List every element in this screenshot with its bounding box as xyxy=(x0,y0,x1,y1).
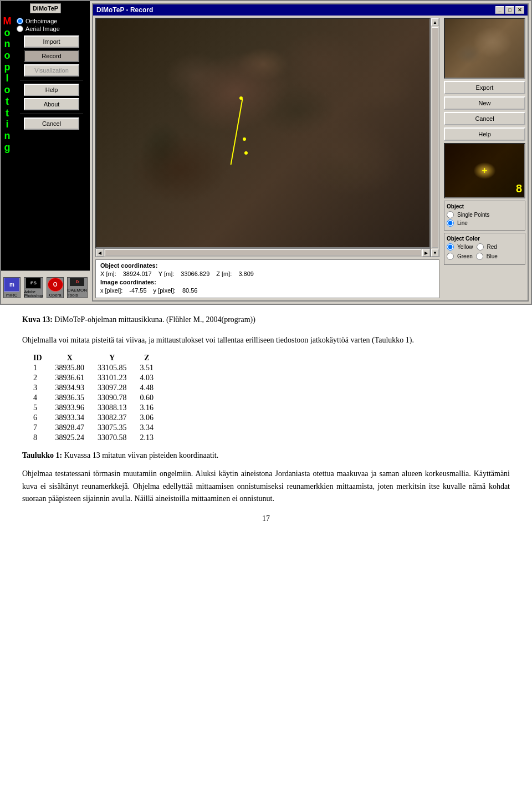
cancel-button[interactable]: Cancel xyxy=(444,112,525,125)
scroll-down-arrow[interactable]: ▼ xyxy=(431,249,439,257)
taskbar-opera[interactable]: O Opera xyxy=(47,277,64,298)
mono-letter-o3: o xyxy=(1,84,13,96)
cell-z: 3.06 xyxy=(140,413,167,423)
radio-line-input[interactable] xyxy=(447,219,454,227)
radio-green[interactable]: Green xyxy=(447,253,473,260)
h-scrollbar[interactable]: ◀ ▶ xyxy=(95,248,431,257)
sidebar-divider2 xyxy=(20,114,83,114)
radio-red[interactable]: Red xyxy=(477,243,497,251)
y-value: 33066.829 xyxy=(181,270,209,277)
cell-x: 38934.93 xyxy=(55,383,98,393)
sidebar-divider xyxy=(20,80,83,80)
table-row: 5 38933.96 33088.13 3.16 xyxy=(33,403,167,413)
visualization-button[interactable]: Visualization xyxy=(24,64,79,76)
cell-z: 3.34 xyxy=(140,423,167,433)
help-right-button[interactable]: Help xyxy=(444,127,525,141)
cell-y: 33070.58 xyxy=(98,433,140,443)
text-content: Kuva 13: DiMoTeP-ohjelman mittausikkuna.… xyxy=(0,305,532,532)
radio-green-input[interactable] xyxy=(447,253,454,260)
yellow-label: Yellow xyxy=(457,244,473,250)
record-title: DiMoTeP - Record xyxy=(96,6,153,14)
py-value: 80.56 xyxy=(182,287,198,294)
cell-z: 4.48 xyxy=(140,383,167,393)
cell-x: 38936.35 xyxy=(55,393,98,403)
px-label: x [pixel]: xyxy=(100,287,122,294)
radio-color-row1: Yellow Red xyxy=(447,243,523,252)
v-scrollbar[interactable]: ▲ ▼ xyxy=(431,18,439,257)
help-button[interactable]: Help xyxy=(24,84,79,96)
close-button[interactable]: ✕ xyxy=(515,6,524,14)
radio-yellow[interactable]: Yellow xyxy=(447,243,473,251)
cell-x: 38925.24 xyxy=(55,433,98,443)
mono-letter-t2: t xyxy=(1,108,13,119)
record-button[interactable]: Record xyxy=(24,50,79,62)
table-caption: Taulukko 1: Kuvassa 13 mitatun viivan pi… xyxy=(22,449,510,461)
radio-aerial[interactable]: Aerial Image xyxy=(17,25,86,32)
cell-z: 3.16 xyxy=(140,403,167,413)
taskbar-mirc[interactable]: m mIRC xyxy=(3,277,21,298)
radio-blue[interactable]: Blue xyxy=(476,253,498,260)
caption-strong: Kuva 13: xyxy=(22,315,53,324)
cell-id: 6 xyxy=(33,413,55,423)
maximize-button[interactable]: □ xyxy=(505,6,514,14)
radio-orthoimage-label: Orthoimage xyxy=(25,18,57,24)
radio-aerial-input[interactable] xyxy=(17,25,23,32)
radio-color-row2: Green Blue xyxy=(447,253,523,261)
cell-x: 38936.61 xyxy=(55,373,98,383)
cell-id: 8 xyxy=(33,433,55,443)
radio-orthoimage-input[interactable] xyxy=(17,18,23,24)
about-button[interactable]: About xyxy=(24,98,79,110)
py-label: y [pixel]: xyxy=(154,287,176,294)
mono-letter-o1: o xyxy=(1,27,13,39)
taskbar-daemon-label: DAEMON Tools xyxy=(68,288,87,298)
scroll-up-arrow[interactable]: ▲ xyxy=(431,18,439,26)
scroll-right-arrow[interactable]: ▶ xyxy=(422,249,430,257)
cell-z: 3.51 xyxy=(140,363,167,373)
table-row: 7 38928.47 33075.35 3.34 xyxy=(33,423,167,433)
table-row: 4 38936.35 33090.78 0.60 xyxy=(33,393,167,403)
new-button[interactable]: New xyxy=(444,96,525,110)
taskbar-photoshop-label: Adobe Photoshop xyxy=(24,290,43,298)
data-table: ID X Y Z 1 38935.80 33105.85 3.51 2 3893… xyxy=(33,353,510,443)
line-label: Line xyxy=(457,220,468,226)
mono-letter-i: i xyxy=(1,119,13,130)
table-row: 6 38933.34 33082.37 3.06 xyxy=(33,413,167,423)
radio-single-points-input[interactable] xyxy=(447,211,454,218)
measurement-dot-3 xyxy=(244,151,248,155)
radio-blue-input[interactable] xyxy=(476,253,483,260)
radio-group: Orthoimage Aerial Image xyxy=(17,18,86,32)
radio-yellow-input[interactable] xyxy=(447,243,454,251)
radio-single-points[interactable]: Single Points xyxy=(447,211,523,218)
cell-z: 2.13 xyxy=(140,433,167,443)
cell-y: 33101.23 xyxy=(98,373,140,383)
col-z: Z xyxy=(140,353,167,363)
image-with-scroll: ◀ ▶ ▲ ▼ xyxy=(95,18,439,257)
radio-red-input[interactable] xyxy=(477,243,484,251)
radio-orthoimage[interactable]: Orthoimage xyxy=(17,18,86,24)
top-thumbnail xyxy=(444,18,525,79)
single-points-label: Single Points xyxy=(457,212,489,218)
cell-x: 38935.80 xyxy=(55,363,98,373)
h-scroll-thumb[interactable] xyxy=(105,249,421,256)
export-button[interactable]: Export xyxy=(444,81,525,94)
v-scroll-thumb[interactable] xyxy=(432,27,438,248)
xyz-coords-row: X [m]: 38924.017 Y [m]: 33066.829 Z [m]:… xyxy=(100,270,434,277)
cancel-sidebar-button[interactable]: Cancel xyxy=(24,118,79,130)
taskbar-daemon[interactable]: D DAEMON Tools xyxy=(67,277,88,298)
mono-letter-p: p xyxy=(1,62,13,73)
radio-line[interactable]: Line xyxy=(447,219,523,227)
scroll-left-arrow[interactable]: ◀ xyxy=(96,249,104,257)
minimize-button[interactable]: _ xyxy=(495,6,504,14)
taskbar-photoshop[interactable]: PS Adobe Photoshop xyxy=(24,277,43,298)
import-button[interactable]: Import xyxy=(24,35,79,48)
bottom-thumbnail: + 8 xyxy=(444,143,525,198)
main-image xyxy=(95,18,431,248)
col-id: ID xyxy=(33,353,55,363)
right-buttons: Export New Cancel Help xyxy=(444,81,525,141)
table-row: 3 38934.93 33097.28 4.48 xyxy=(33,383,167,393)
table-row: 2 38936.61 33101.23 4.03 xyxy=(33,373,167,383)
red-label: Red xyxy=(487,244,497,250)
coordinates-table: ID X Y Z 1 38935.80 33105.85 3.51 2 3893… xyxy=(33,353,167,443)
record-titlebar: DiMoTeP - Record _ □ ✕ xyxy=(93,4,528,16)
app-window: DiMoTeP M o n o p l o t t i n g O xyxy=(0,0,532,305)
